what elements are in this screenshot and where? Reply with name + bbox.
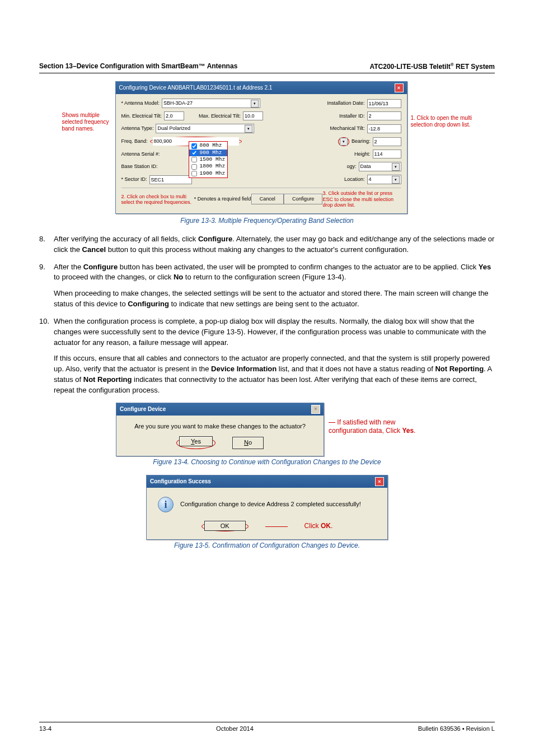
location-select[interactable]: 4 ▾ [367, 175, 401, 184]
freq-checkbox[interactable] [191, 157, 197, 162]
close-icon[interactable]: × [395, 83, 404, 92]
configure-device-window: Configuring Device AN0BARTLAB012345011.t… [115, 81, 407, 214]
antenna-type-value: Dual Polarized [157, 125, 190, 132]
text: to indicate that new settings are being … [169, 300, 359, 308]
freq-option[interactable]: 1900 Mhz [189, 170, 228, 177]
footer-date: October 2014 [216, 725, 254, 734]
location-value: 4 [369, 176, 372, 183]
text-bold: Configure [83, 263, 118, 271]
max-tilt-label: Max. Electrical Tilt: [199, 113, 241, 120]
section-header-right: ATC200-LITE-USB Teletilt® RET System [370, 62, 495, 72]
bearing-label: Bearing: [352, 138, 371, 145]
freq-option-label: 1500 Mhz [200, 156, 226, 163]
text: After the [54, 263, 83, 271]
freq-band-value: 800,900 [154, 138, 172, 145]
location-label: Location: [344, 176, 365, 183]
ogy-select[interactable]: Data ▾ [359, 162, 401, 171]
chevron-down-icon[interactable]: ▾ [340, 138, 348, 146]
chevron-down-icon[interactable]: ▾ [245, 125, 252, 133]
antenna-model-label: * Antenna Model: [121, 100, 160, 107]
freq-checkbox[interactable] [191, 171, 197, 176]
antenna-type-select[interactable]: Dual Polarized ▾ [156, 124, 254, 133]
text: After verifying the accuracy of all fiel… [54, 235, 198, 243]
min-tilt-label: Min. Electrical Tilt: [121, 113, 162, 120]
bearing-input[interactable] [373, 137, 401, 146]
text-bold: Configure [198, 235, 232, 243]
fig1-note-3: 3. Click outside the list or press ESC t… [322, 190, 401, 208]
chevron-down-icon[interactable]: ▾ [392, 176, 400, 184]
fig2-annotation: If satisfied with new configuration data… [329, 418, 418, 436]
max-tilt-input[interactable] [243, 111, 263, 120]
configure-button[interactable]: Configure [284, 194, 322, 204]
step-10: When the configuration process is comple… [39, 316, 495, 396]
ogy-label: ogy: [346, 163, 356, 170]
fig1-note-2: 2. Click on check box to multi select th… [121, 194, 194, 206]
close-icon[interactable]: × [311, 405, 320, 414]
freq-band-label: Freq. Band: [121, 138, 148, 145]
step-9: After the Configure button has been acti… [39, 262, 495, 310]
install-date-input[interactable] [367, 99, 401, 108]
dialog-message: Configuration change to device Address 2… [180, 500, 361, 509]
required-field-note: * Denotes a required field [194, 195, 251, 203]
dialog-title: Configuration Success [150, 478, 211, 486]
text-bold: Cancel [82, 245, 106, 254]
freq-option[interactable]: 1500 Mhz [189, 156, 228, 163]
antenna-serial-label: Antenna Serial #: [121, 151, 160, 158]
min-tilt-input[interactable] [164, 111, 184, 120]
text: When the configuration process is comple… [54, 316, 495, 348]
freq-option[interactable]: 1800 Mhz [189, 163, 228, 170]
fig3-annotation: Click OK. [305, 521, 333, 531]
text: button has been activated, the user will… [118, 263, 479, 271]
sector-id-label: * Sector ID: [121, 176, 147, 183]
freq-option[interactable]: 900 Mhz [189, 150, 228, 156]
text-bold: Not Reporting [435, 365, 484, 373]
freq-option-label: 1900 Mhz [200, 170, 226, 177]
text-bold: Device Information [211, 365, 277, 373]
freq-option-label: 800 Mhz [200, 142, 222, 149]
text-bold: Yes [479, 263, 491, 271]
text-bold: Not Reporting [83, 375, 132, 384]
freq-checkbox[interactable] [191, 143, 197, 149]
sector-id-input[interactable] [149, 175, 192, 184]
footer-bulletin: Bulletin 639536 • Revision L [418, 725, 495, 734]
base-station-id-label: Base Station ID: [121, 163, 158, 170]
antenna-type-label: Antenna Type: [121, 125, 154, 132]
chevron-down-icon[interactable]: ▾ [251, 100, 259, 108]
freq-checkbox[interactable] [191, 164, 197, 170]
close-icon[interactable]: × [375, 477, 384, 486]
cancel-button[interactable]: Cancel [251, 194, 284, 204]
text: list, and that it does not have a status… [277, 365, 435, 373]
figure-13-4-caption: Figure 13-4. Choosing to Continue with C… [39, 458, 495, 467]
ok-button[interactable]: OK [204, 521, 246, 531]
text-bold: No [174, 273, 183, 281]
freq-option-label: 1800 Mhz [200, 163, 226, 170]
text: button to quit this process without maki… [106, 245, 409, 254]
mech-tilt-label: Mechanical Tilt: [330, 125, 364, 132]
figure-13-5-caption: Figure 13-5. Confirmation of Configurati… [39, 541, 495, 550]
info-icon: i [158, 497, 174, 512]
configure-device-dialog: Configure Device × Are you sure you want… [116, 403, 324, 456]
freq-option[interactable]: 800 Mhz [189, 142, 228, 149]
no-button[interactable]: No [232, 437, 264, 449]
installer-id-input[interactable] [367, 111, 401, 120]
dialog-title: Configure Device [120, 405, 166, 414]
window-title: Configuring Device AN0BARTLAB012345011.t… [119, 84, 273, 92]
chevron-down-icon[interactable]: ▾ [392, 163, 400, 171]
fig1-left-annotation: Shows multiple selected frequency band n… [62, 112, 113, 132]
height-label: Height: [354, 151, 371, 158]
freq-band-dropdown-list[interactable]: 800 Mhz 900 Mhz 1500 Mhz 1800 Mhz 1900 M… [189, 141, 228, 178]
freq-checkbox[interactable] [191, 150, 197, 156]
text: to return to the configuration screen (F… [183, 273, 346, 281]
text: to proceed with the changes, or click [54, 273, 174, 281]
height-input[interactable] [373, 150, 401, 158]
configuration-success-dialog: Configuration Success × i Configuration … [146, 475, 388, 540]
installer-id-label: Installer ID: [339, 113, 365, 120]
dialog-message: Are you sure you want to make these chan… [134, 422, 306, 431]
antenna-model-select[interactable]: SBH-3DA-27 ▾ [162, 99, 260, 108]
mech-tilt-input[interactable] [367, 124, 401, 133]
install-date-label: Installation Date: [327, 100, 364, 107]
fig1-right-annotation: 1. Click to open the multi selection dro… [411, 115, 472, 128]
page-number: 13-4 [39, 725, 51, 734]
yes-button[interactable]: Yes [179, 436, 213, 446]
step-8: After verifying the accuracy of all fiel… [39, 234, 495, 255]
